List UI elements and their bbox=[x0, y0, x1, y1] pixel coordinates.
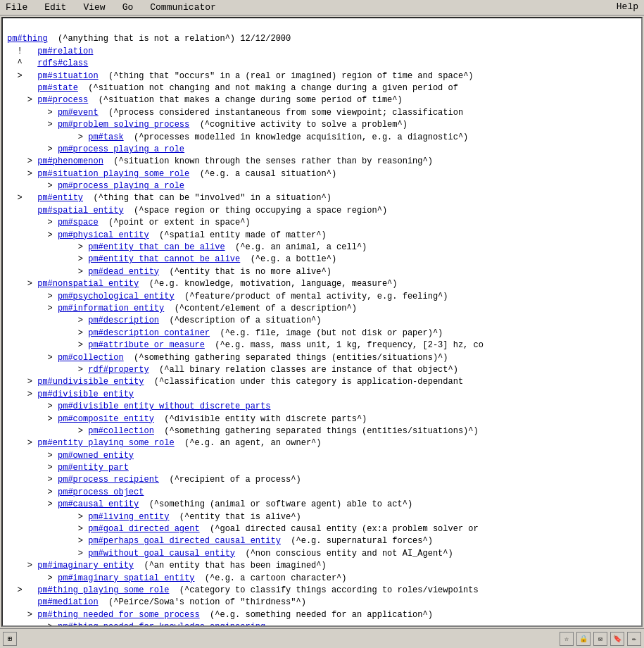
link-pm-entity[interactable]: pm#entity bbox=[37, 193, 83, 203]
line-thing-playing: > pm#thing_playing_some_role (^category … bbox=[7, 585, 479, 595]
link-pm-thing-needed-for-some-process[interactable]: pm#thing_needed_for_some_process bbox=[37, 610, 199, 620]
link-pm-causal-entity[interactable]: pm#causal_entity bbox=[58, 499, 139, 509]
line-process-object: > pm#process_object bbox=[7, 487, 144, 497]
link-pm-entity-can-be-alive[interactable]: pm#entity_that_can_be_alive bbox=[88, 242, 225, 252]
link-pm-process-object[interactable]: pm#process_object bbox=[58, 487, 144, 497]
ontology-tree: pm#thing (^anything that is not a relati… bbox=[7, 21, 637, 627]
link-pm-collection1[interactable]: pm#collection bbox=[58, 353, 124, 363]
link-pm-thing-needed-for-ke[interactable]: pm#thing_needed_for_knowledge_engineerin… bbox=[58, 622, 265, 627]
link-pm-psychological-entity[interactable]: pm#psychological_entity bbox=[58, 292, 175, 301]
link-pm-mediation[interactable]: pm#mediation bbox=[37, 597, 98, 607]
link-pm-thing-playing-some-role[interactable]: pm#thing_playing_some_role bbox=[37, 585, 169, 595]
link-pm-task[interactable]: pm#task bbox=[88, 132, 123, 142]
link-pm-state[interactable]: pm#state bbox=[37, 83, 78, 93]
line-thing-needed: > pm#thing_needed_for_some_process (^e.g… bbox=[7, 610, 433, 620]
link-rdf-property[interactable]: rdf#property bbox=[88, 365, 149, 375]
line-process: > pm#process (^situation that makes a ch… bbox=[7, 95, 403, 105]
link-pm-imaginary-entity[interactable]: pm#imaginary_entity bbox=[37, 561, 134, 571]
line-process-recipient: > pm#process_recipient (^recipient of a … bbox=[7, 475, 301, 485]
link-pm-attribute-or-measure[interactable]: pm#attribute_or_measure bbox=[88, 340, 205, 350]
link-pm-entity-part1[interactable]: pm#entity_part bbox=[58, 463, 129, 473]
line-nonspatial: > pm#nonspatial_entity (^e.g. knowledge,… bbox=[7, 279, 398, 289]
link-pm-perhaps-goal-directed[interactable]: pm#perhaps_goal_directed_causal_entity bbox=[88, 536, 281, 546]
link-pm-situation[interactable]: pm#situation bbox=[37, 71, 98, 81]
line-imaginary: > pm#imaginary_entity (^an entity that h… bbox=[7, 561, 327, 571]
line-relation: ! pm#relation bbox=[7, 46, 93, 56]
line-undivisible: > pm#undivisible_entity (^classification… bbox=[7, 377, 463, 387]
statusbar-icon-5[interactable]: 🔖 bbox=[610, 632, 624, 646]
link-pm-process-playing-role1[interactable]: pm#process_playing_a_role bbox=[58, 144, 184, 154]
line-divisible-without: > pm#divisible_entity_without_discrete_p… bbox=[7, 401, 270, 411]
line-task: > pm#task (^processes modelled in knowle… bbox=[7, 132, 468, 142]
link-pm-situation-playing-some-role1[interactable]: pm#situation_playing_some_role bbox=[37, 169, 189, 179]
link-pm-undivisible-entity[interactable]: pm#undivisible_entity bbox=[37, 377, 144, 387]
link-pm-composite-entity[interactable]: pm#composite_entity bbox=[58, 414, 154, 424]
link-pm-description-container[interactable]: pm#description_container bbox=[88, 328, 210, 338]
line-sit-some-role: > pm#situation_playing_some_role (^e.g. … bbox=[7, 169, 336, 179]
link-pm-divisible-entity[interactable]: pm#divisible_entity bbox=[37, 390, 134, 399]
line-entity-playing: > pm#entity_playing_some_role (^e.g. an … bbox=[7, 438, 322, 448]
link-pm-information-entity[interactable]: pm#information_entity bbox=[58, 304, 164, 313]
line-owned1: > pm#owned_entity bbox=[7, 451, 134, 461]
link-pm-relation[interactable]: pm#relation bbox=[37, 46, 93, 56]
link-rdfs-class[interactable]: rdfs#class bbox=[37, 58, 88, 68]
line-situation: > pm#situation (^thing that "occurs" in … bbox=[7, 71, 474, 81]
line-goal-directed: > pm#goal_directed_agent (^goal directed… bbox=[7, 524, 479, 534]
menu-help[interactable]: Help bbox=[614, 1, 641, 13]
line-alive: > pm#entity_that_can_be_alive (^e.g. an … bbox=[7, 242, 367, 252]
link-pm-spatial-entity[interactable]: pm#spatial_entity bbox=[37, 206, 123, 216]
statusbar-icon-6[interactable]: ✏ bbox=[627, 632, 641, 646]
line-information: > pm#information_entity (^content/elemen… bbox=[7, 304, 357, 313]
link-pm-living-entity[interactable]: pm#living_entity bbox=[88, 512, 169, 522]
link-pm-entity-cannot-be-alive[interactable]: pm#entity_that_cannot_be_alive bbox=[88, 254, 240, 264]
line-thing-needed-ke: > pm#thing_needed_for_knowledge_engineer… bbox=[7, 622, 265, 627]
link-pm-event[interactable]: pm#event bbox=[58, 108, 99, 118]
link-pm-collection2[interactable]: pm#collection bbox=[88, 426, 154, 436]
link-pm-space[interactable]: pm#space bbox=[58, 218, 99, 228]
link-pm-process-recipient[interactable]: pm#process_recipient bbox=[58, 475, 159, 485]
line-causal: > pm#causal_entity (^something (animal o… bbox=[7, 499, 412, 509]
link-pm-owned-entity1[interactable]: pm#owned_entity bbox=[58, 451, 134, 461]
line-desc-container: > pm#description_container (^e.g. file, … bbox=[7, 328, 443, 338]
link-pm-entity-playing-some-role1[interactable]: pm#entity_playing_some_role bbox=[37, 438, 174, 448]
line-composite: > pm#composite_entity (^divisible entity… bbox=[7, 414, 367, 424]
line-divisible: > pm#divisible_entity bbox=[7, 390, 134, 399]
menu-file[interactable]: File bbox=[3, 1, 30, 13]
menu-communicator[interactable]: Communicator bbox=[147, 1, 219, 13]
link-pm-thing[interactable]: pm#thing bbox=[7, 34, 48, 44]
statusbar: ⊞ ☆ 🔒 ✉ 🔖 ✏ bbox=[0, 628, 644, 648]
link-pm-nonspatial-entity[interactable]: pm#nonspatial_entity bbox=[37, 279, 139, 289]
link-pm-phenomenon[interactable]: pm#phenomenon bbox=[37, 156, 103, 166]
link-pm-physical-entity[interactable]: pm#physical_entity bbox=[58, 230, 149, 240]
line-psychological: > pm#psychological_entity (^feature/prod… bbox=[7, 292, 448, 301]
menu-go[interactable]: Go bbox=[120, 1, 137, 13]
line-imaginary-spatial: > pm#imaginary_spatial_entity (^e.g. a c… bbox=[7, 573, 347, 583]
menu-edit[interactable]: Edit bbox=[42, 1, 69, 13]
statusbar-icon-3[interactable]: 🔒 bbox=[576, 632, 591, 646]
line-collection2: > pm#collection (^something gathering se… bbox=[7, 426, 479, 436]
link-pm-problem-solving-process[interactable]: pm#problem_solving_process bbox=[58, 120, 189, 130]
line-psp: > pm#problem_solving_process (^cognitive… bbox=[7, 120, 408, 130]
statusbar-icon-1[interactable]: ⊞ bbox=[3, 632, 17, 646]
content-area: pm#thing (^anything that is not a relati… bbox=[1, 17, 643, 627]
link-pm-description[interactable]: pm#description bbox=[88, 316, 159, 325]
root-node: pm#thing (^anything that is not a relati… bbox=[7, 34, 291, 44]
line-description: > pm#description (^description of a situ… bbox=[7, 316, 321, 325]
link-pm-process-playing-role2[interactable]: pm#process_playing_a_role bbox=[58, 181, 184, 191]
link-pm-divisible-without-discrete[interactable]: pm#divisible_entity_without_discrete_par… bbox=[58, 401, 270, 411]
link-pm-goal-directed-agent[interactable]: pm#goal_directed_agent bbox=[88, 524, 199, 534]
statusbar-icon-4[interactable]: ✉ bbox=[593, 632, 607, 646]
link-pm-process[interactable]: pm#process bbox=[37, 95, 88, 105]
line-rdf-property: > rdf#property (^all binary relation cla… bbox=[7, 365, 458, 375]
line-living: > pm#living_entity (^entity that is aliv… bbox=[7, 512, 301, 522]
statusbar-icon-2[interactable]: ☆ bbox=[560, 632, 574, 646]
menu-view[interactable]: View bbox=[80, 1, 108, 13]
menubar: File Edit View Go Communicator Help bbox=[0, 0, 644, 15]
line-entity-part1: > pm#entity_part bbox=[7, 463, 129, 473]
statusbar-left: ⊞ bbox=[3, 632, 17, 646]
link-pm-without-goal-causal[interactable]: pm#without_goal_causal_entity bbox=[88, 549, 235, 559]
line-space: > pm#space (^point or extent in space^) bbox=[7, 218, 251, 228]
link-pm-imaginary-spatial-entity[interactable]: pm#imaginary_spatial_entity bbox=[58, 573, 194, 583]
line-dead: > pm#dead_entity (^entity that is no mor… bbox=[7, 267, 332, 277]
link-pm-dead-entity[interactable]: pm#dead_entity bbox=[88, 267, 159, 277]
